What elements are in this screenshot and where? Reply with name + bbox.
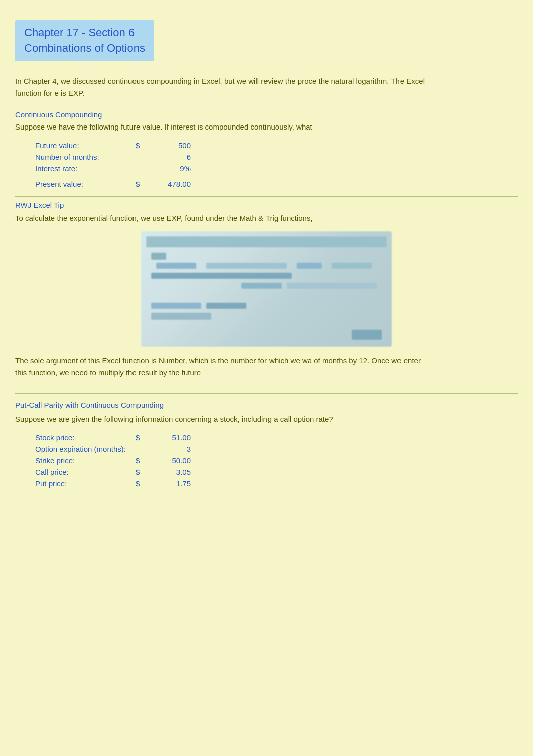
stock-price-value: 51.00 (151, 433, 191, 442)
excel-screenshot (141, 231, 392, 347)
future-value-dollar: $ (136, 141, 151, 150)
months-row: Number of months: 6 (35, 153, 518, 161)
continuous-compounding-body: Suppose we have the following future val… (15, 121, 427, 133)
putcall-heading: Put-Call Parity with Continuous Compundi… (15, 401, 518, 409)
stock-price-row: Stock price: $ 51.00 (35, 433, 518, 442)
page-wrapper: Chapter 17 - Section 6 Combinations of O… (0, 0, 533, 756)
put-price-value: 1.75 (151, 479, 191, 488)
strike-price-value: 50.00 (151, 456, 191, 465)
present-value-dollar: $ (136, 180, 151, 188)
strike-price-row: Strike price: $ 50.00 (35, 456, 518, 465)
stock-price-dollar: $ (136, 433, 151, 442)
intro-text: In Chapter 4, we discussed continuous co… (15, 75, 427, 99)
rwj-body: To calculate the exponential function, w… (15, 212, 427, 224)
cc-data-block: Future value: $ 500 Number of months: 6 … (35, 141, 518, 188)
option-exp-label: Option expiration (months): (35, 445, 136, 453)
sole-text: The sole argument of this Excel function… (15, 355, 427, 379)
put-price-row: Put price: $ 1.75 (35, 479, 518, 488)
title-line2: Combinations of Options (24, 41, 145, 56)
continuous-compounding-heading: Continuous Compounding (15, 110, 518, 119)
option-exp-row: Option expiration (months): 3 (35, 445, 518, 453)
call-price-value: 3.05 (151, 468, 191, 476)
present-value-value: 478.00 (151, 180, 191, 188)
future-value-row: Future value: $ 500 (35, 141, 518, 150)
put-price-dollar: $ (136, 479, 151, 488)
present-value-label: Present value: (35, 180, 136, 188)
interest-label: Interest rate: (35, 164, 136, 173)
rwj-section: RWJ Excel Tip To calculate the exponenti… (15, 196, 518, 347)
call-price-dollar: $ (136, 468, 151, 476)
interest-value: 9% (151, 164, 191, 173)
call-price-row: Call price: $ 3.05 (35, 468, 518, 476)
rwj-heading: RWJ Excel Tip (15, 196, 518, 209)
future-value-value: 500 (151, 141, 191, 150)
strike-price-label: Strike price: (35, 456, 136, 465)
putcall-data-block: Stock price: $ 51.00 Option expiration (… (35, 433, 518, 488)
putcall-body: Suppose we are given the following infor… (15, 413, 427, 425)
months-value: 6 (151, 153, 191, 161)
continuous-compounding-section: Continuous Compounding Suppose we have t… (15, 110, 518, 188)
put-price-label: Put price: (35, 479, 136, 488)
months-label: Number of months: (35, 153, 136, 161)
putcall-section: Put-Call Parity with Continuous Compundi… (15, 393, 518, 488)
future-value-label: Future value: (35, 141, 136, 150)
present-value-row: Present value: $ 478.00 (35, 180, 518, 188)
interest-row: Interest rate: 9% (35, 164, 518, 173)
title-block: Chapter 17 - Section 6 Combinations of O… (15, 20, 154, 61)
stock-price-label: Stock price: (35, 433, 136, 442)
strike-price-dollar: $ (136, 456, 151, 465)
call-price-label: Call price: (35, 468, 136, 476)
title-line1: Chapter 17 - Section 6 (24, 25, 145, 41)
option-exp-value: 3 (151, 445, 191, 453)
